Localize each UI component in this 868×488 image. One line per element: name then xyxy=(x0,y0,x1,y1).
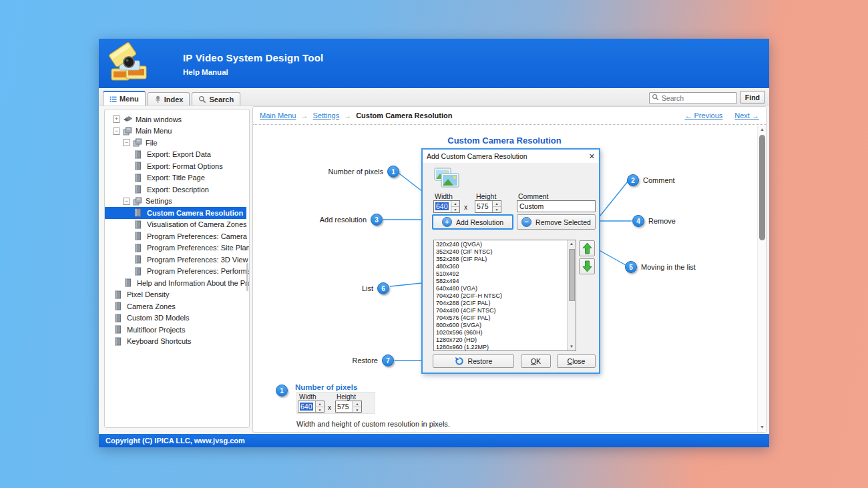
tree-item[interactable]: Multifloor Projects xyxy=(105,324,246,336)
resolution-list-item[interactable]: 800x600 (SVGA) xyxy=(434,322,567,329)
remove-selected-button[interactable]: − Remove Selected xyxy=(517,214,596,230)
tree-item[interactable]: Visualisation of Camera Zones xyxy=(105,219,246,231)
tree-item[interactable]: − Settings xyxy=(105,196,246,208)
tree-item[interactable]: Help and Information About the Program xyxy=(105,277,246,289)
spinner-down-icon[interactable]: ▼ xyxy=(451,207,459,212)
tree-item[interactable]: Program Preferences: 3D View xyxy=(105,254,246,266)
breadcrumb-link-settings[interactable]: Settings xyxy=(312,111,339,119)
page-icon xyxy=(134,174,144,182)
next-link[interactable]: Next → xyxy=(734,111,759,119)
width-label: Width xyxy=(435,192,453,200)
tree-item-label: Pixel Density xyxy=(127,290,170,298)
tree-item[interactable]: Export: Export Data xyxy=(105,149,246,161)
tree-item[interactable]: Program Preferences: Performance xyxy=(105,266,246,278)
tree-item[interactable]: Keyboard Shortcuts xyxy=(105,336,246,348)
tab-menu[interactable]: Menu xyxy=(103,91,146,105)
tree-item[interactable]: − Main Menu xyxy=(105,126,246,138)
restore-button[interactable]: Restore xyxy=(433,354,514,368)
expand-toggle-icon[interactable]: − xyxy=(123,139,130,146)
resolution-list-item[interactable]: 352x240 (CIF NTSC) xyxy=(434,248,567,256)
tree-item[interactable]: − File xyxy=(105,137,246,149)
tree-item[interactable]: Program Preferences: Site Plan xyxy=(105,242,246,254)
callout-label: List xyxy=(362,284,373,292)
section-number-badge: 1 xyxy=(276,385,288,397)
tree-item[interactable]: Export: Title Page xyxy=(105,172,246,184)
search-tab-icon xyxy=(198,95,206,103)
scroll-down-icon[interactable]: ▼ xyxy=(568,343,576,350)
scroll-up-icon[interactable]: ▲ xyxy=(568,240,576,248)
width-spinner[interactable]: ▲▼ xyxy=(451,201,459,212)
resolution-listbox[interactable]: 320x240 (QVGA) 352x240 (CIF NTSC) 352x28… xyxy=(433,240,576,351)
tree-item[interactable]: Export: Format Options xyxy=(105,160,246,172)
spinner-up-icon[interactable]: ▲ xyxy=(451,201,459,207)
sidebar-tree-panel: + Main windows − xyxy=(104,109,250,428)
tree-item[interactable]: Custom 3D Models xyxy=(105,312,246,324)
resolution-list-item[interactable]: 510x492 xyxy=(434,270,567,278)
topic-title: Custom Camera Resolution xyxy=(253,136,756,146)
minus-circle-icon: − xyxy=(521,217,531,227)
spinner-down-icon[interactable]: ▼ xyxy=(493,207,501,212)
width-stepper[interactable]: 640 ▲▼ xyxy=(433,200,460,213)
tree-item[interactable]: Export: Description xyxy=(105,184,246,196)
scroll-down-icon[interactable]: ▼ xyxy=(758,423,766,431)
resolution-list-item[interactable]: 640x480 (VGA) xyxy=(434,285,567,292)
breadcrumb-link-main-menu[interactable]: Main Menu xyxy=(260,111,296,119)
spinner-down-icon: ▼ xyxy=(316,407,324,413)
resolution-list-item[interactable]: 1280x720 (HD) xyxy=(434,336,567,344)
tab-search[interactable]: Search xyxy=(192,92,240,105)
width-value: 640 xyxy=(435,202,449,210)
tree-item[interactable]: + Main windows xyxy=(105,113,246,126)
move-up-button[interactable] xyxy=(579,240,595,256)
search-input[interactable] xyxy=(649,92,737,104)
tab-index-label: Index xyxy=(164,95,184,103)
dialog-close-button[interactable]: Close xyxy=(557,354,596,368)
resolution-list-item[interactable]: 582x494 xyxy=(434,278,567,285)
remove-selected-label: Remove Selected xyxy=(535,218,591,226)
times-separator: x xyxy=(328,404,331,411)
content-scrollbar-thumb[interactable] xyxy=(759,135,765,240)
content-scrollbar[interactable]: ▲ ▼ xyxy=(757,126,766,432)
resolution-list-item[interactable]: 704x288 (2CIF PAL) xyxy=(434,300,567,307)
dialog-titlebar: Add Custom Camera Resolution ✕ xyxy=(423,150,599,163)
spinner-up-icon[interactable]: ▲ xyxy=(493,201,501,207)
tab-index[interactable]: Index xyxy=(148,92,190,105)
resolution-list-item[interactable]: 704x480 (4CIF NTSC) xyxy=(434,307,567,314)
height-spinner[interactable]: ▲▼ xyxy=(492,201,501,212)
comment-field[interactable]: Custom xyxy=(517,200,596,212)
expand-toggle-icon[interactable]: + xyxy=(113,115,120,123)
page-icon xyxy=(134,232,144,240)
find-button[interactable]: Find xyxy=(740,91,765,103)
move-down-button[interactable] xyxy=(579,258,595,274)
resolution-list-item[interactable]: 352x288 (CIF PAL) xyxy=(434,256,567,263)
close-icon[interactable]: ✕ xyxy=(589,152,595,161)
callout-label: Comment xyxy=(643,176,675,184)
listbox-scrollbar-thumb[interactable] xyxy=(569,249,575,301)
add-resolution-button[interactable]: + Add Resolution xyxy=(432,214,513,230)
tab-menu-label: Menu xyxy=(120,95,139,103)
expand-toggle-icon[interactable]: − xyxy=(113,128,120,135)
ok-button[interactable]: OK xyxy=(521,354,551,368)
section-heading: Number of pixels xyxy=(295,383,357,391)
tree-item[interactable]: Pixel Density xyxy=(105,289,246,301)
resolution-list-item[interactable]: 704x240 (2CIF-H NTSC) xyxy=(434,292,567,300)
comment-label: Comment xyxy=(518,192,549,200)
breadcrumb-separator: → xyxy=(344,111,351,119)
sidebar-scrollbar-thumb[interactable] xyxy=(246,263,248,291)
resolution-list-item[interactable]: 1280x960 (1.22MP) xyxy=(434,344,567,351)
dialog-title: Add Custom Camera Resolution xyxy=(427,152,527,160)
resolution-list-item[interactable]: 1020x596 (960H) xyxy=(434,329,567,336)
resolution-list-item[interactable]: 320x240 (QVGA) xyxy=(434,241,567,248)
scroll-up-icon[interactable]: ▲ xyxy=(758,126,766,134)
tree-item[interactable]: Custom Camera Resolution xyxy=(105,207,246,219)
resolution-list-item[interactable]: 480x360 xyxy=(434,263,567,270)
expand-toggle-icon[interactable]: − xyxy=(123,198,130,205)
resolution-list-item[interactable]: 704x576 (4CIF PAL) xyxy=(434,314,567,322)
listbox-scrollbar[interactable]: ▲ ▼ xyxy=(567,240,576,350)
tree-item-label: Program Preferences: 3D View xyxy=(147,256,248,264)
tree-item[interactable]: Program Preferences: Camera xyxy=(105,230,246,242)
previous-link[interactable]: ← Previous xyxy=(684,111,722,119)
height-stepper[interactable]: 575 ▲▼ xyxy=(475,200,501,213)
page-icon xyxy=(134,208,144,217)
tree-item[interactable]: Camera Zones xyxy=(105,300,246,312)
callout-label: Restore xyxy=(352,356,378,364)
